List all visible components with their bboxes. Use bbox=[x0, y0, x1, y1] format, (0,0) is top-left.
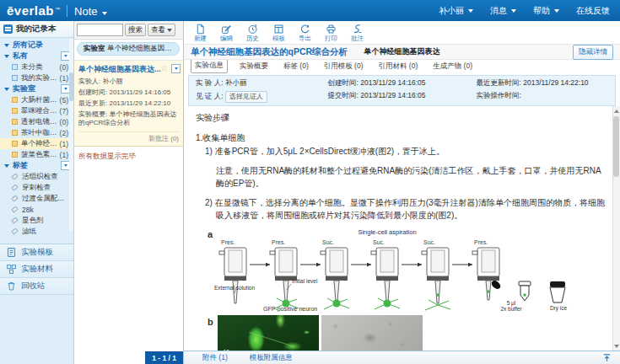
template-info-link[interactable]: 模板附属信息 bbox=[250, 353, 293, 363]
card-menu-button[interactable] bbox=[171, 64, 181, 73]
svg-text:Suc.: Suc. bbox=[423, 239, 435, 245]
view-button[interactable]: 查看 bbox=[148, 24, 175, 36]
experiment-content: 实验步骤 1.收集单细胞 1) 准备PCR管，加入5μL 2×CellsDire… bbox=[184, 106, 620, 351]
help-menu[interactable]: 帮助 bbox=[533, 5, 559, 17]
trademark: ™ bbox=[55, 7, 60, 12]
scroll-down-arrow[interactable] bbox=[613, 342, 619, 350]
tag-icon bbox=[11, 195, 19, 201]
annotate-button[interactable]: 批注 bbox=[351, 24, 364, 42]
tab-experiment-info[interactable]: 实验信息 bbox=[191, 59, 228, 73]
sidebar-section-lab[interactable]: 实验室 bbox=[0, 83, 73, 94]
sidebar-section-all-records[interactable]: 所有记录 bbox=[0, 40, 73, 51]
info-updated: 最近更新时间: 2013/11/29 14:22:10 bbox=[477, 78, 608, 88]
help-label: 帮助 bbox=[533, 5, 550, 17]
tab-products[interactable]: 生成产物 (0) bbox=[429, 61, 476, 73]
pagination[interactable]: 1 - 1 / 1 bbox=[145, 351, 183, 364]
sidebar-scrollbar[interactable] bbox=[69, 39, 73, 231]
tab-summary[interactable]: 实验概要 bbox=[236, 61, 272, 73]
edit-button[interactable]: 编辑 bbox=[220, 24, 233, 42]
notebook-icon bbox=[12, 141, 18, 147]
sidebar-item-tag[interactable]: 过渡金属配... bbox=[0, 193, 73, 204]
detail-header: 单个神经细胞基因表达的qPCR综合分析 单个神经细胞基因表达 隐藏详情 bbox=[184, 44, 620, 60]
messages-label: 消息 bbox=[490, 5, 507, 17]
print-button[interactable]: 打印 bbox=[325, 24, 337, 42]
svg-text:Initial level: Initial level bbox=[292, 278, 318, 284]
sidebar-item-tag[interactable]: 活组织检查 bbox=[0, 171, 73, 182]
step-2: 2) 在显微镜下，选择分离的单个细胞。显微下操作利用压力(3毫升注射器)清除单个… bbox=[196, 196, 605, 222]
step-1: 1) 准备PCR管，加入5μL 2×CellsDirect缓冲液(图2)，置于冰… bbox=[196, 145, 605, 158]
sidebar-item-recycle-bin[interactable]: 回收站 bbox=[0, 278, 73, 295]
svg-text:Suc.: Suc. bbox=[373, 239, 385, 245]
svg-text:Suc.: Suc. bbox=[322, 239, 334, 245]
figure-a: a Single-cell aspiration Pres. Pres. bbox=[208, 228, 605, 312]
attachments-link[interactable]: 附件 (1) bbox=[202, 353, 228, 363]
search-input[interactable] bbox=[77, 24, 123, 36]
tab-tags[interactable]: 标签 (0) bbox=[280, 61, 312, 73]
template-button[interactable]: 模板 bbox=[272, 24, 285, 42]
scroll-up-arrow[interactable] bbox=[613, 107, 619, 115]
micrograph-grid: 10 μm bbox=[218, 315, 423, 351]
sidebar-item-materials[interactable]: 实验材料 bbox=[0, 261, 73, 278]
svg-text:2x buffer: 2x buffer bbox=[501, 306, 523, 312]
chevron-down-icon bbox=[511, 9, 516, 13]
new-button[interactable]: 新建 bbox=[194, 24, 207, 42]
detail-footer-bar: 附件 (1) 模板附属信息 bbox=[184, 351, 620, 364]
notebooks-header[interactable]: 我的记录本 bbox=[0, 21, 73, 38]
feedback-link[interactable]: 在线反馈 bbox=[576, 5, 610, 17]
svg-text:Pres.: Pres. bbox=[474, 239, 488, 245]
sidebar-item-tag[interactable]: 滤纸 bbox=[0, 226, 73, 237]
info-created: 创建时间: 2013/11/29 14:16:05 bbox=[327, 78, 476, 88]
steps-title: 实验步骤 bbox=[196, 111, 605, 125]
sidebar-item-notebook[interactable]: 透射电镜小... (0) bbox=[0, 116, 73, 127]
tab-cited-templates[interactable]: 引用模板 (0) bbox=[321, 61, 367, 73]
chevron-down-icon bbox=[167, 29, 172, 32]
sidebar-item-tag[interactable]: 显色剂 bbox=[0, 215, 73, 226]
collapse-panel-icon[interactable] bbox=[602, 353, 612, 362]
chevron-down-icon bbox=[4, 88, 9, 91]
chevron-down-icon bbox=[64, 55, 67, 57]
new-document-icon bbox=[195, 24, 206, 35]
dic-micrograph bbox=[321, 315, 423, 351]
experiment-card[interactable]: 单个神经细胞基因表达... ☆ 实验人: 补小丽 创建时间: 2013/11/2… bbox=[74, 61, 183, 147]
sidebar-item-uncategorized[interactable]: 未分类 (0) bbox=[0, 62, 73, 72]
history-button[interactable]: 历史 bbox=[246, 24, 259, 42]
sidebar-item-notebook[interactable]: 茶叶中咖啡... (2) bbox=[0, 127, 73, 138]
search-button[interactable]: 搜索 bbox=[125, 24, 146, 36]
scrollbar-thumb[interactable] bbox=[613, 116, 619, 177]
filter-pill[interactable]: 实验室 单个神经细胞基因表达 bbox=[77, 42, 180, 56]
detail-tabs: 实验信息 实验概要 标签 (0) 引用模板 (0) 引用材料 (0) 生成产物 … bbox=[184, 60, 620, 73]
sidebar-item-templates[interactable]: 实验模板 bbox=[0, 244, 73, 261]
notebook-icon bbox=[12, 108, 18, 114]
card-annotation-count[interactable]: 新批注 (0) bbox=[78, 131, 179, 143]
scrollbar-thumb[interactable] bbox=[69, 72, 73, 101]
messages-menu[interactable]: 消息 bbox=[490, 5, 516, 17]
select-witness-button[interactable]: 选择见证人 bbox=[225, 91, 267, 103]
chevron-down-icon bbox=[4, 55, 9, 58]
notebook-icon bbox=[12, 119, 18, 125]
chevron-down-icon bbox=[64, 88, 67, 90]
chevron-down-icon bbox=[554, 9, 559, 13]
sidebar-item-notebook[interactable]: 翠咪唑合成... (7) bbox=[0, 105, 73, 116]
logo-separator bbox=[67, 5, 67, 17]
export-button[interactable]: 导出 bbox=[299, 24, 311, 42]
step-note: 注意，使用无RNA酶的耗材和整个过程避免RNA酶的污染(清洁工作区，戴上手套，口… bbox=[196, 164, 605, 190]
star-icon[interactable]: ☆ bbox=[160, 63, 168, 72]
user-menu[interactable]: 补小丽 bbox=[439, 5, 473, 17]
sidebar-section-tags[interactable]: 标签 bbox=[0, 160, 73, 171]
chevron-down-icon[interactable] bbox=[102, 12, 107, 15]
sidebar-item-notebook[interactable]: 菠菜色素的... (1) bbox=[0, 149, 73, 160]
sidebar-item-tag[interactable]: 28k bbox=[0, 204, 73, 215]
sidebar-item-tag[interactable]: 穿刺检查 bbox=[0, 182, 73, 193]
search-row: 搜索 查看 bbox=[74, 21, 183, 40]
tab-cited-materials[interactable]: 引用材料 (0) bbox=[375, 61, 422, 73]
app-window: ēverlab™ Note 补小丽 消息 帮助 在线反馈 我的记录本 所有记录 bbox=[0, 0, 620, 364]
hide-details-button[interactable]: 隐藏详情 bbox=[573, 45, 613, 60]
app-logo[interactable]: ēverlab™ Note bbox=[7, 3, 107, 18]
sidebar-item-notebook-selected[interactable]: 单个神经细... (1) bbox=[0, 138, 73, 149]
content-scrollbar[interactable] bbox=[612, 106, 620, 351]
sidebar-item-notebook[interactable]: 大肠杆菌电... (5) bbox=[0, 94, 73, 105]
card-summary: 实验概要: 单个神经细胞基因表达的qPCR综合分析 bbox=[78, 110, 179, 127]
sidebar-section-private[interactable]: 私有 bbox=[0, 51, 73, 62]
single-cell-aspiration-diagram: Single-cell aspiration Pres. Pres. Suc. bbox=[214, 228, 577, 312]
sidebar-item-my-records[interactable]: 我的实验记... (1) bbox=[0, 72, 73, 83]
